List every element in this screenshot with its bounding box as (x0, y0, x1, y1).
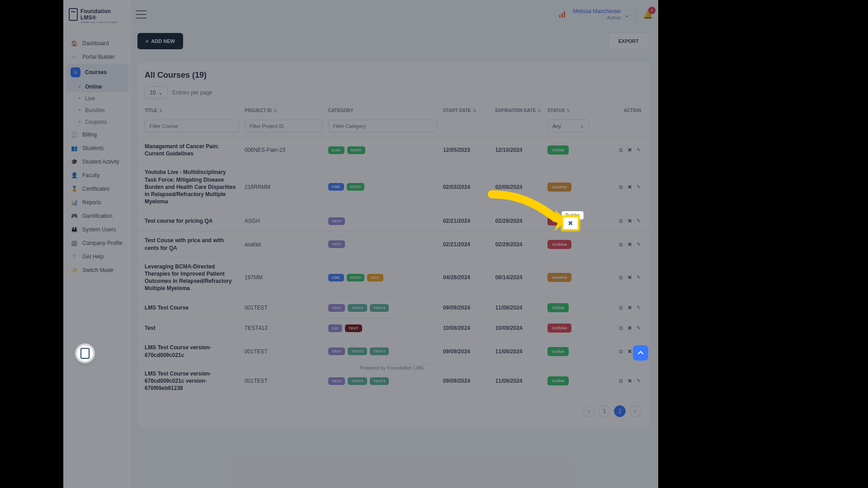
table-row: Leveraging BCMA-Directed Therapies for I… (137, 257, 649, 298)
row-categories: CMENCPD (326, 163, 440, 211)
sort-icon[interactable]: ⇅ (274, 108, 277, 113)
category-pill: ILNA (328, 146, 344, 154)
sidebar-subitem-coupons[interactable]: Coupons (63, 116, 131, 128)
user-menu[interactable]: Melissa Manchester Admin (573, 8, 621, 21)
col-action: ACTION (624, 108, 641, 113)
sidebar-subitem-online[interactable]: Online (66, 81, 128, 93)
row-start-date: 10/08/2024 (440, 318, 493, 338)
copy-icon[interactable]: ⧉ (619, 348, 623, 355)
row-title[interactable]: LMS Test Course (137, 298, 242, 318)
sort-icon[interactable]: ⇅ (473, 108, 476, 113)
page-next[interactable]: › (629, 405, 641, 417)
chevron-down-icon[interactable]: ⌄ (624, 10, 630, 19)
copy-icon[interactable]: ⧉ (619, 184, 623, 190)
tools-icon[interactable]: ✖ (627, 274, 632, 281)
tools-icon[interactable]: ✖ (627, 184, 632, 190)
edit-icon[interactable]: ✎ (637, 305, 641, 311)
edit-icon[interactable]: ✎ (637, 325, 641, 331)
tools-icon[interactable]: ✖ (627, 378, 632, 384)
sidebar-item-company-profile[interactable]: 🏢Company Profile (63, 236, 131, 250)
sort-icon[interactable]: ⇅ (566, 108, 570, 113)
sidebar-item-dashboard[interactable]: 🏠Dashboard (63, 37, 131, 50)
row-title[interactable]: Management of Cancer Pain: Current Guide… (137, 137, 242, 163)
sidebar-item-courses[interactable]: ≡Courses (66, 64, 128, 81)
add-new-button[interactable]: + ADD NEW (137, 33, 183, 49)
tools-icon[interactable]: ✖ (627, 218, 632, 224)
sidebar-item-get-help[interactable]: ?Get Help (63, 250, 131, 263)
chat-widget-icon[interactable] (77, 345, 93, 361)
copy-icon[interactable]: ⧉ (619, 147, 623, 153)
menu-toggle-icon[interactable] (136, 10, 146, 19)
edit-icon[interactable]: ✎ (637, 378, 641, 384)
category-pill: NCPD (347, 274, 365, 282)
row-title[interactable]: Test (137, 318, 242, 338)
scroll-top-button[interactable] (633, 345, 648, 361)
tools-icon[interactable]: ✖ (627, 305, 632, 311)
copy-icon[interactable]: ⧉ (619, 274, 623, 281)
row-title[interactable]: Youtube Live - Multidisciplinary Task Fo… (137, 163, 242, 211)
row-title[interactable]: LMS Test Course version-670cd009c021c (137, 338, 242, 364)
filter-category-input[interactable] (328, 120, 438, 132)
sidebar-label: Faculty (82, 172, 100, 178)
sidebar: Foundation LMS® A better way to teach an… (63, 0, 131, 488)
table-row: TestTEST413LVLTEXT10/08/202410/09/2024Ar… (137, 318, 649, 338)
tools-icon[interactable]: ✖ (627, 147, 632, 153)
copy-icon[interactable]: ⧉ (619, 305, 623, 311)
notifications-bell-icon[interactable]: 🔔 5 (643, 9, 653, 19)
page-prev[interactable]: ‹ (583, 405, 595, 417)
sidebar-item-system-users[interactable]: 👪System Users (63, 223, 131, 236)
sort-icon[interactable]: ⇅ (538, 108, 541, 113)
copy-icon[interactable]: ⧉ (619, 378, 623, 384)
copy-icon[interactable]: ⧉ (619, 241, 623, 248)
stats-icon[interactable] (559, 11, 567, 18)
row-project-id: 001TEST (242, 338, 326, 364)
sidebar-item-students[interactable]: 👥Students (63, 141, 131, 155)
courses-icon: ≡ (71, 67, 80, 77)
sidebar-item-faculty[interactable]: 👤Faculty (63, 169, 131, 182)
edit-icon[interactable]: ✎ (637, 274, 641, 281)
edit-icon[interactable]: ✎ (637, 147, 641, 153)
nav-icon: ✨ (71, 267, 78, 273)
sidebar-item-gamification[interactable]: 🎮Gamification (63, 209, 131, 223)
category-pill: TEST (328, 304, 345, 312)
sidebar-item-certificates[interactable]: 🏅Certificates (63, 182, 131, 196)
status-badge: Archive (547, 240, 571, 249)
col-project-id: PROJECT ID (245, 108, 272, 113)
page-2-current[interactable]: 2 (614, 405, 626, 417)
row-title[interactable]: Test course for pricing QA (137, 211, 242, 231)
sidebar-item-billing[interactable]: 🧾Billing (63, 128, 131, 141)
export-button[interactable]: EXPORT (608, 33, 649, 50)
copy-icon[interactable]: ⧉ (619, 218, 623, 224)
sidebar-item-reports[interactable]: 📊Reports (63, 196, 131, 209)
edit-icon[interactable]: ✎ (637, 184, 641, 190)
sidebar-item-student-activity[interactable]: 🎓Student Activity (63, 155, 131, 169)
copy-icon[interactable]: ⧉ (619, 325, 623, 331)
sidebar-subitem-live[interactable]: Live (63, 93, 131, 104)
chevron-up-icon (637, 349, 644, 357)
sidebar-label: Portal Builder (82, 54, 115, 60)
sidebar-item-switch-mode[interactable]: ✨Switch Mode (63, 263, 131, 277)
nav-icon: 👤 (71, 172, 78, 178)
row-title[interactable]: Leveraging BCMA-Directed Therapies for I… (137, 257, 242, 298)
filter-course-input[interactable] (145, 120, 239, 132)
edit-icon[interactable]: ✎ (637, 241, 641, 248)
filter-project-input[interactable] (245, 120, 323, 132)
builder-action-highlight[interactable]: ✖ (562, 216, 579, 230)
page-1[interactable]: 1 (599, 405, 610, 417)
row-start-date: 04/28/2024 (440, 257, 493, 298)
divider (636, 7, 637, 22)
edit-icon[interactable]: ✎ (637, 218, 641, 224)
sidebar-item-portal-builder[interactable]: ▭Portal Builder (63, 50, 131, 64)
row-categories: TESTTEST2TEST4 (326, 338, 440, 364)
row-title[interactable]: Test Couse with price and with cents for… (137, 231, 242, 257)
tools-icon[interactable]: ✖ (627, 348, 632, 355)
per-page-select[interactable]: 10 ⌄ (145, 86, 168, 99)
sidebar-subitem-bundles[interactable]: Bundles (63, 104, 131, 116)
sort-icon[interactable]: ⇅ (159, 108, 163, 113)
filter-status-select[interactable]: Any⌄ (547, 119, 589, 132)
row-project-id: TEST413 (242, 318, 326, 338)
table-row: LMS Test Course001TESTTESTTEST2TEST409/0… (137, 298, 649, 318)
tools-icon[interactable]: ✖ (627, 325, 632, 331)
tools-icon[interactable]: ✖ (627, 241, 632, 248)
nav-icon: 🎮 (71, 213, 78, 219)
